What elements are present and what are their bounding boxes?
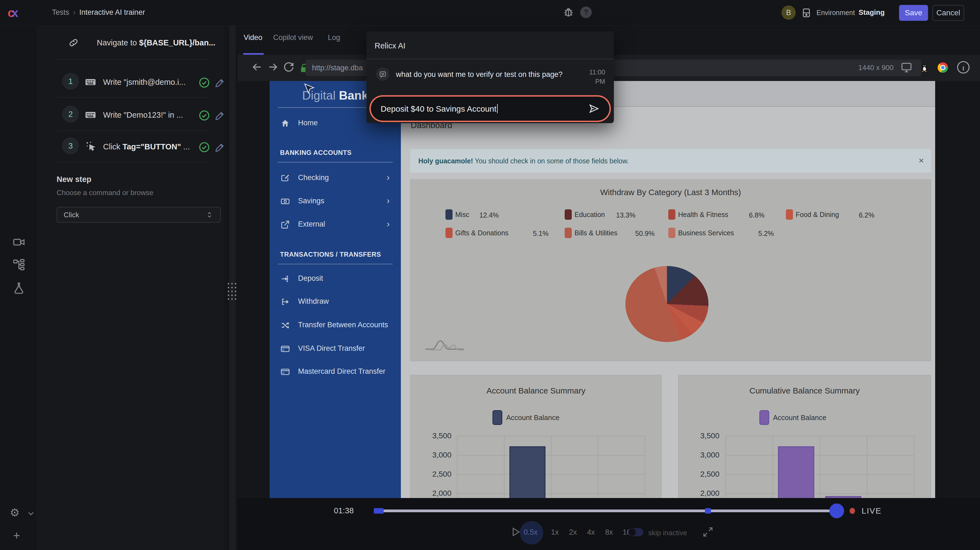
send-icon[interactable]	[588, 103, 600, 115]
viewport-size: 1440 x 900	[858, 64, 894, 72]
user-avatar[interactable]: B	[781, 5, 796, 20]
edit-pencil-icon[interactable]	[215, 110, 226, 121]
pie-chart-title: Withdraw By Category (Last 3 Months)	[410, 188, 931, 197]
new-step-title: New step	[57, 175, 91, 184]
chat-input-value: Deposit $40 to Savings Account	[380, 104, 588, 113]
chat-input[interactable]: Deposit $40 to Savings Account	[371, 97, 609, 121]
edit-pencil-icon[interactable]	[215, 142, 226, 153]
step-number: 3	[62, 137, 79, 154]
chevron-down-icon[interactable]	[26, 509, 35, 518]
speed-1x[interactable]: 1x	[551, 528, 559, 537]
bank-nav-withdraw[interactable]: Withdraw	[270, 293, 401, 310]
step-row-1[interactable]: 1 Write "jsmith@demo.i...	[37, 70, 224, 95]
step-row-2[interactable]: 2 Write "Demo123!" in ...	[37, 104, 224, 128]
tab-video[interactable]: Video	[243, 33, 262, 42]
money-bill-icon	[280, 197, 290, 206]
legend-item: Food & Dining	[786, 209, 839, 220]
bar-plot	[457, 436, 645, 498]
bank-nav-external[interactable]: External›	[270, 216, 401, 233]
speed-0-5x[interactable]: 0.5x	[523, 528, 538, 537]
chat-bubble-icon	[376, 68, 390, 81]
breadcrumb-current: Interactive AI trainer	[79, 8, 145, 16]
settings-gear-icon[interactable]: ⚙	[10, 506, 20, 519]
fullscreen-icon[interactable]	[702, 526, 713, 537]
forward-arrow-icon[interactable]	[267, 61, 279, 73]
left-icon-rail: ⚙ +	[0, 26, 37, 550]
play-icon[interactable]	[510, 526, 521, 537]
speed-4x[interactable]: 4x	[587, 528, 595, 537]
legend-item: Bills & Utilities	[565, 227, 617, 238]
timeline-progress	[374, 508, 383, 513]
live-label: LIVE	[862, 506, 881, 515]
step-number: 1	[62, 73, 79, 90]
timeline-scrubber[interactable]	[374, 510, 837, 512]
info-icon[interactable]	[956, 60, 971, 75]
sign-in-arrow-icon	[280, 274, 290, 284]
back-arrow-icon[interactable]	[251, 61, 263, 73]
command-select[interactable]: Click	[57, 207, 221, 223]
relicx-ai-overlay: Relicx AI what do you want me to verify …	[366, 32, 614, 123]
cancel-button[interactable]: Cancel	[932, 5, 964, 21]
sitemap-icon[interactable]	[12, 258, 26, 271]
edit-pencil-icon[interactable]	[215, 77, 226, 88]
save-button[interactable]: Save	[899, 5, 928, 21]
chevron-right-icon: ›	[387, 172, 390, 183]
bar	[509, 446, 546, 498]
environment-icon	[801, 8, 811, 18]
add-icon[interactable]: +	[13, 529, 20, 542]
recorded-cursor-icon	[303, 83, 315, 97]
chat-message: what do you want me to verify or test on…	[396, 70, 571, 79]
video-viewport[interactable]: Digital Bank Home BANKING ACCOUNTS Check…	[238, 81, 980, 498]
video-camera-icon[interactable]	[12, 235, 26, 249]
flask-icon[interactable]	[12, 281, 26, 295]
tab-log[interactable]: Log	[328, 33, 340, 42]
timeline-marker[interactable]	[705, 508, 711, 513]
check-circle-icon	[198, 77, 210, 89]
home-icon	[280, 119, 290, 128]
monitor-icon[interactable]	[900, 61, 912, 73]
bank-sidebar: Digital Bank Home BANKING ACCOUNTS Check…	[270, 81, 401, 498]
cx-logo[interactable]: cx	[8, 6, 18, 20]
speed-8x[interactable]: 8x	[605, 528, 613, 537]
bank-nav-savings[interactable]: Savings›	[270, 193, 401, 209]
breadcrumb: Tests›Interactive AI trainer	[52, 8, 145, 17]
check-circle-icon	[198, 110, 210, 121]
alert-close-icon[interactable]: ×	[918, 155, 924, 166]
link-icon	[68, 37, 79, 48]
skip-inactive-label: skip inactive	[648, 529, 687, 537]
panel-splitter[interactable]	[224, 26, 238, 550]
step-row-3[interactable]: 3 Click Tag="BUTTON" ...	[37, 135, 224, 160]
breadcrumb-tests[interactable]: Tests	[52, 8, 69, 16]
bar-chart-title: Account Balance Summary	[410, 386, 662, 395]
drag-handle-icon[interactable]	[227, 282, 238, 300]
bank-nav-mastercard-transfer[interactable]: Mastercard Direct Transfer	[270, 363, 401, 380]
test-steps-panel: Navigate to ${BASE_URL}/ban... 1 Write "…	[37, 26, 224, 550]
skip-inactive-toggle[interactable]	[628, 528, 643, 536]
tab-copilot-view[interactable]: Copilot view	[273, 33, 313, 42]
bank-nav-checking[interactable]: Checking›	[270, 170, 401, 186]
chart-legend: Account Balance	[759, 410, 826, 425]
legend-item: Gifts & Donations	[445, 227, 509, 238]
bank-dashboard: Dashboard Holy guacamole! You should che…	[401, 107, 935, 498]
step-label: Write "jsmith@demo.i...	[103, 78, 186, 87]
step-number: 2	[62, 105, 79, 123]
step-navigate[interactable]: Navigate to ${BASE_URL}/ban...	[37, 31, 224, 56]
playback-bar: 01:38 LIVE 0.5x 1x 2x 4x 8x 16x skip ina…	[238, 498, 980, 550]
bank-nav-deposit[interactable]: Deposit	[270, 270, 401, 287]
speed-2x[interactable]: 2x	[569, 528, 577, 537]
bug-icon[interactable]	[562, 6, 575, 19]
step-label: Navigate to ${BASE_URL}/ban...	[97, 38, 215, 47]
refresh-icon[interactable]	[282, 61, 295, 73]
bank-nav-transfer-between[interactable]: Transfer Between Accounts	[270, 317, 401, 333]
environment-value[interactable]: Staging	[859, 8, 885, 17]
alert-banner: Holy guacamole! You should check in on s…	[410, 149, 931, 173]
credit-card-icon	[280, 367, 290, 376]
playhead-handle[interactable]	[829, 504, 844, 518]
step-label: Click Tag="BUTTON" ...	[103, 142, 190, 151]
bank-nav-visa-transfer[interactable]: VISA Direct Transfer	[270, 340, 401, 357]
chart-legend: Account Balance	[492, 410, 560, 425]
select-chevrons-icon	[205, 211, 213, 219]
cumulative-balance-card: Cumulative Balance Summary Account Balan…	[678, 375, 931, 498]
bar	[778, 446, 814, 498]
help-icon[interactable]: ?	[580, 6, 592, 18]
